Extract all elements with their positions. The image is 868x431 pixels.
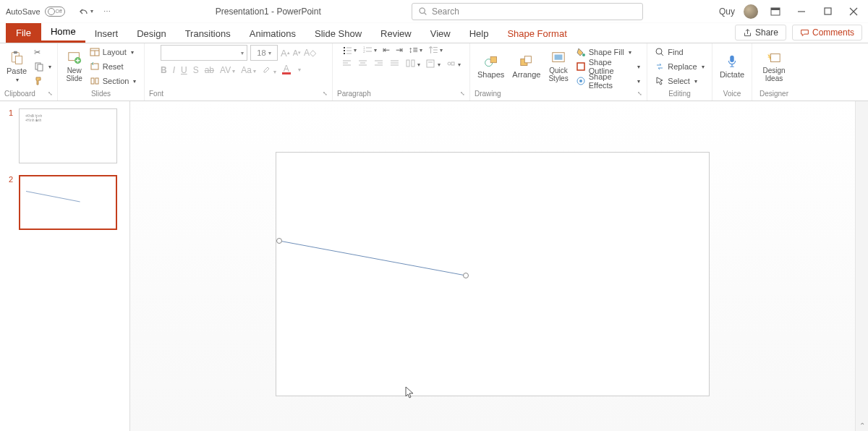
justify-button[interactable] <box>390 59 400 69</box>
account-name[interactable]: Quy <box>719 7 735 17</box>
reset-button[interactable]: Reset <box>88 60 139 73</box>
columns-button[interactable]: ▾ <box>406 59 420 69</box>
numbering-button[interactable]: 12▾ <box>362 45 377 55</box>
shape-fill-button[interactable]: Shape Fill▾ <box>574 46 642 59</box>
drawing-launcher[interactable]: ⤡ <box>637 90 642 97</box>
tab-review[interactable]: Review <box>371 25 421 43</box>
line-spacing-button[interactable]: ↕≡▾ <box>409 45 422 55</box>
select-button[interactable]: Select▾ <box>652 74 706 88</box>
tab-shape-format[interactable]: Shape Format <box>498 25 576 43</box>
slide[interactable] <box>276 152 710 396</box>
new-slide-button[interactable]: NewSlide <box>64 49 85 84</box>
copy-button[interactable]: ▾ <box>32 60 54 73</box>
svg-rect-9 <box>14 51 17 53</box>
decrease-indent-button[interactable]: ⇤ <box>383 45 390 55</box>
shape-outline-button[interactable]: Shape Outline▾ <box>574 60 642 73</box>
align-text-button[interactable]: ▾ <box>426 59 441 69</box>
svg-point-25 <box>344 53 345 54</box>
fill-icon <box>576 47 586 57</box>
shapes-button[interactable]: Shapes <box>475 53 507 80</box>
smartart-button[interactable]: ▾ <box>446 59 461 69</box>
paste-label: Paste <box>7 67 27 75</box>
cut-button[interactable]: ✂ <box>32 46 54 59</box>
tab-design[interactable]: Design <box>127 25 175 43</box>
highlight-button[interactable]: ▾ <box>262 64 276 76</box>
find-icon <box>655 47 665 57</box>
layout-button[interactable]: Layout▾ <box>88 46 139 59</box>
arrange-button[interactable]: Arrange <box>509 53 543 80</box>
thumbnail-pane[interactable]: 1 •Khối hình•Hình ảnh 2 <box>0 101 130 431</box>
section-button[interactable]: Section▾ <box>88 74 139 88</box>
find-label: Find <box>668 48 683 56</box>
dictate-button[interactable]: Dictate <box>717 53 747 80</box>
effects-icon <box>576 76 586 86</box>
align-left-button[interactable] <box>342 59 352 69</box>
group-designer: DesignIdeas Designer <box>752 43 796 101</box>
change-case-label: Aa <box>241 65 252 75</box>
avatar-icon[interactable] <box>744 4 758 19</box>
font-launcher[interactable]: ⤡ <box>323 90 328 97</box>
shrink-font-button[interactable]: A▾ <box>293 48 301 57</box>
strikethrough-button[interactable]: ab <box>205 65 214 75</box>
tab-insert[interactable]: Insert <box>85 25 128 43</box>
thumbnail-1[interactable]: •Khối hình•Hình ảnh <box>19 108 117 163</box>
quick-styles-button[interactable]: QuickStyles <box>545 49 571 84</box>
tab-transitions[interactable]: Transitions <box>176 25 240 43</box>
thumbnail-1-text: •Khối hình•Hình ảnh <box>25 114 42 122</box>
ribbon-display-button[interactable] <box>767 3 784 20</box>
tab-animations[interactable]: Animations <box>240 25 305 43</box>
line-handle-end[interactable] <box>463 273 469 278</box>
align-right-button[interactable] <box>374 59 384 69</box>
undo-button[interactable]: ▾ <box>74 4 97 20</box>
line-handle-start[interactable] <box>276 238 282 244</box>
tab-help[interactable]: Help <box>460 25 498 43</box>
char-spacing-button[interactable]: AV▾ <box>220 65 235 75</box>
grow-font-button[interactable]: A▴ <box>281 48 290 59</box>
line-shape[interactable] <box>276 153 710 397</box>
italic-button[interactable]: I <box>173 65 175 75</box>
paste-button[interactable]: Paste ▾ <box>4 49 30 85</box>
collapse-ribbon-button[interactable]: ⌃ <box>859 422 865 430</box>
shadow-button[interactable]: S <box>193 65 199 75</box>
clear-formatting-button[interactable]: A◇ <box>304 48 316 58</box>
increase-indent-button[interactable]: ⇥ <box>396 45 403 55</box>
vertical-scrollbar[interactable] <box>855 101 868 431</box>
font-color-button[interactable]: A <box>282 66 291 74</box>
shape-effects-button[interactable]: Shape Effects▾ <box>574 74 642 88</box>
replace-label: Replace <box>668 62 697 71</box>
autosave-toggle[interactable]: AutoSave Off <box>6 7 65 17</box>
tab-home[interactable]: Home <box>41 22 85 43</box>
qat-customize-button[interactable]: ⋯ <box>100 5 114 17</box>
bold-button[interactable]: B <box>161 65 167 75</box>
design-ideas-button[interactable]: DesignIdeas <box>760 49 788 84</box>
search-box[interactable]: Search <box>412 3 643 20</box>
group-paragraph: ▾ 12▾ ⇤ ⇥ ↕≡▾ ▾ ▾ ▾ ▾ Paragraph⤡ <box>333 43 470 101</box>
clipboard-icon <box>9 51 24 65</box>
slide-canvas[interactable] <box>130 101 855 431</box>
ribbon-tabs: File Home Insert Design Transitions Anim… <box>0 23 868 43</box>
comments-button[interactable]: Comments <box>792 25 862 40</box>
replace-button[interactable]: Replace▾ <box>652 60 706 73</box>
tab-slideshow[interactable]: Slide Show <box>305 25 371 43</box>
bullets-button[interactable]: ▾ <box>342 45 357 55</box>
change-case-button[interactable]: Aa▾ <box>241 65 256 75</box>
clipboard-launcher[interactable]: ⤡ <box>48 90 53 97</box>
close-button[interactable] <box>845 3 862 20</box>
section-label: Section <box>103 77 129 85</box>
format-painter-button[interactable] <box>32 74 54 88</box>
select-label: Select <box>668 77 690 85</box>
minimize-button[interactable] <box>793 3 810 20</box>
font-size-combo[interactable]: 18▾ <box>250 45 278 61</box>
thumbnail-2[interactable] <box>19 175 117 230</box>
font-name-combo[interactable]: ▾ <box>161 45 247 61</box>
tab-view[interactable]: View <box>421 25 460 43</box>
maximize-button[interactable] <box>819 3 836 20</box>
paragraph-launcher[interactable]: ⤡ <box>460 90 465 97</box>
share-button[interactable]: Share <box>735 25 786 40</box>
find-button[interactable]: Find <box>652 46 706 59</box>
text-direction-button[interactable]: ▾ <box>428 45 443 55</box>
tab-file[interactable]: File <box>6 23 41 43</box>
arrange-icon <box>519 54 534 69</box>
align-center-button[interactable] <box>358 59 368 69</box>
underline-button[interactable]: U <box>181 65 187 75</box>
